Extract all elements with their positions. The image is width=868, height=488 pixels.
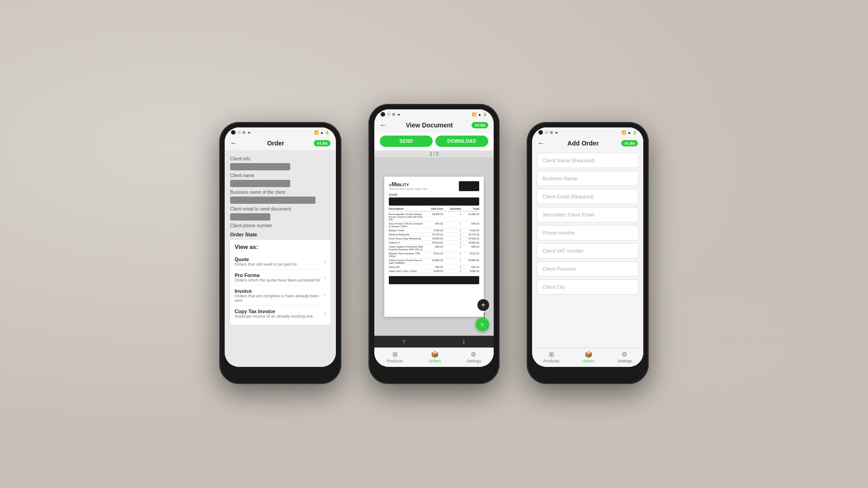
nav-settings-right[interactable]: ⚙ Settings xyxy=(617,351,632,363)
settings-icon-center: ⚙ xyxy=(471,351,476,358)
fab-refresh-button[interactable]: ↻ xyxy=(476,318,489,331)
city-field[interactable]: Client City xyxy=(537,279,639,295)
download-button[interactable]: DOWNLOAD xyxy=(435,136,488,147)
doc-viewer[interactable]: GMBILITY Your one stop medical supply sh… xyxy=(374,157,494,336)
phone-right: ☉⊕⏶ 📶▲🔋 ← Add Order v1.6a Client Name (R… xyxy=(527,122,649,384)
add-order-form: Client Name (Required) Business Name Cli… xyxy=(532,150,643,347)
send-button[interactable]: SEND xyxy=(380,136,433,147)
client-name-input[interactable] xyxy=(230,163,290,170)
table-row: Mask 004 R50.00 1 R50.00 xyxy=(389,265,479,269)
phone-left-screen: ☉⊕⏶ 📶▲🔋 ← Order v1.6a Client info Client… xyxy=(225,127,336,367)
business-name-input[interactable] xyxy=(230,180,290,187)
bottom-nav-right: ⊞ Products 📦 Orders ⚙ Settings xyxy=(532,347,643,367)
client-name-field[interactable]: Client Name (Required) xyxy=(537,153,639,168)
order-content: Client info Client name Business name of… xyxy=(225,150,336,367)
client-email-input[interactable] xyxy=(230,197,316,204)
table-row: Smart Hygiene Protective Multi Purpose S… xyxy=(389,245,479,252)
settings-label-center: Settings xyxy=(466,359,481,363)
version-badge-right: v1.6a xyxy=(621,140,638,146)
table-row: Dove Protect 75% Air Sanitizer & Surface… xyxy=(389,222,479,229)
orders-label-center: Orders xyxy=(429,359,441,363)
doc-quote-label: Quote xyxy=(389,193,479,196)
quote-chevron: › xyxy=(324,258,326,265)
table-row: Extra Heavy Duty Wheelchair R7500.00 1 R… xyxy=(389,237,479,241)
doc-logo-black-box xyxy=(459,181,479,191)
fab-add-button[interactable]: + xyxy=(477,299,489,311)
order-state-quote[interactable]: Quote Orders that still need to be paid … xyxy=(235,254,326,270)
order-state-proforma[interactable]: Pro Forma Orders which the quote have be… xyxy=(235,270,326,286)
status-bar-center: ☉⊕⏶ 📶▲🔋 xyxy=(374,109,494,117)
col-unit-header: Unit Cost xyxy=(425,207,443,210)
settings-label-right: Settings xyxy=(617,359,632,363)
camera-dot-center xyxy=(381,112,385,117)
client-phone-input[interactable] xyxy=(230,213,270,221)
products-label-right: Products xyxy=(543,359,560,363)
invoice-chevron: › xyxy=(324,292,326,299)
client-phone-label: Client phone number xyxy=(230,223,330,228)
status-bar-left: ☉⊕⏶ 📶▲🔋 xyxy=(225,127,336,136)
signal-icons-center: 📶▲🔋 xyxy=(472,113,487,117)
order-state-header: Order State xyxy=(230,232,330,237)
client-info-label: Client info xyxy=(230,156,330,161)
nav-down-arrow[interactable]: ↓ xyxy=(462,338,466,345)
secondary-email-field[interactable]: Secondary Client Email xyxy=(537,207,639,222)
table-row: Safety Frame S Dried Floor to wall CARB8… xyxy=(389,258,479,265)
copy-tax-chevron: › xyxy=(324,310,326,317)
col-total-header: Total xyxy=(461,207,479,210)
camera-dot-right xyxy=(538,130,543,135)
nav-up-arrow[interactable]: ↑ xyxy=(403,338,406,345)
phone-left: ☉⊕⏶ 📶▲🔋 ← Order v1.6a Client info Client… xyxy=(219,122,341,384)
products-label: Products xyxy=(387,359,403,363)
version-badge-left: v1.6a xyxy=(314,140,330,146)
doc-footer-box xyxy=(389,276,479,284)
orders-icon-right: 📦 xyxy=(585,351,592,358)
camera-dot xyxy=(231,130,236,135)
copy-tax-desc: Duplicate invoice of an already existing… xyxy=(235,314,314,319)
add-order-title: Add Order xyxy=(567,140,599,147)
province-field[interactable]: Client Province xyxy=(537,261,639,277)
doc-table-header: Description Unit Cost Quantity Total xyxy=(389,207,479,211)
client-email-label: Client email to send document xyxy=(230,206,330,211)
nav-products-right[interactable]: ⊞ Products xyxy=(543,351,560,363)
doc-table-rows: Rechargeable Chrome Queue Barrier Stands… xyxy=(389,212,479,273)
products-icon-right: ⊞ xyxy=(549,351,554,358)
phone-center-screen: ☉⊕⏶ 📶▲🔋 ← View Document v1.6a SEND DOWNL… xyxy=(374,109,494,367)
doc-tagline: Your one stop medical supply shop xyxy=(389,188,427,190)
doc-nav-bar: ↑ ↓ xyxy=(374,336,494,347)
doc-actions: SEND DOWNLOAD xyxy=(374,133,494,150)
col-desc-header: Description xyxy=(389,207,425,210)
nav-settings-center[interactable]: ⚙ Settings xyxy=(466,351,481,363)
invoice-desc: Orders that are complete or have already… xyxy=(235,294,324,303)
quote-title: Quote xyxy=(235,257,297,262)
settings-icon-right: ⚙ xyxy=(622,351,627,358)
vat-number-field[interactable]: Client VAT number xyxy=(537,243,639,258)
client-email-field[interactable]: Client Email (Required) xyxy=(537,189,639,204)
table-row: Rechargeable Chrome Queue Barrier Stands… xyxy=(389,212,479,222)
order-state-invoice[interactable]: Invoice Orders that are complete or have… xyxy=(235,286,326,306)
doc-black-box-top xyxy=(389,197,479,206)
nav-orders-right[interactable]: 📦 Orders xyxy=(582,351,595,363)
signal-icons-right: 📶▲🔋 xyxy=(622,131,637,135)
phone-number-field[interactable]: Phone number xyxy=(537,225,639,240)
business-name-field[interactable]: Business Name xyxy=(537,171,639,186)
back-arrow-right[interactable]: ← xyxy=(538,139,545,147)
order-state-section: View as: Quote Orders that still need to… xyxy=(230,240,330,325)
back-arrow-center[interactable]: ← xyxy=(380,121,387,129)
business-name-label: Business name of the client xyxy=(230,190,330,195)
proforma-desc: Orders which the quote have been accepte… xyxy=(235,278,321,282)
order-state-copy-tax[interactable]: Copy Tax Invoice Duplicate invoice of an… xyxy=(235,306,326,321)
client-name-label: Client name xyxy=(230,173,330,178)
nav-products[interactable]: ⊞ Products xyxy=(387,351,403,363)
page-indicator: 1 / 2 xyxy=(374,150,494,157)
nav-orders-center[interactable]: 📦 Orders xyxy=(429,351,441,363)
order-header: ← Order v1.6a xyxy=(225,136,336,150)
phone-right-screen: ☉⊕⏶ 📶▲🔋 ← Add Order v1.6a Client Name (R… xyxy=(532,127,643,367)
view-as-label: View as: xyxy=(235,244,326,250)
table-row: Rollator 6" R1900.00 1 R1900.00 xyxy=(389,241,479,245)
doc-paper: GMBILITY Your one stop medical supply sh… xyxy=(384,177,484,317)
products-icon: ⊞ xyxy=(392,351,398,358)
col-qty-header: Quantity xyxy=(443,207,461,210)
doc-header: ← View Document v1.6a xyxy=(374,117,494,133)
back-arrow-left[interactable]: ← xyxy=(230,139,237,147)
table-row: Medical Sheepskin R1725.00 1 R1725.00 xyxy=(389,233,479,237)
